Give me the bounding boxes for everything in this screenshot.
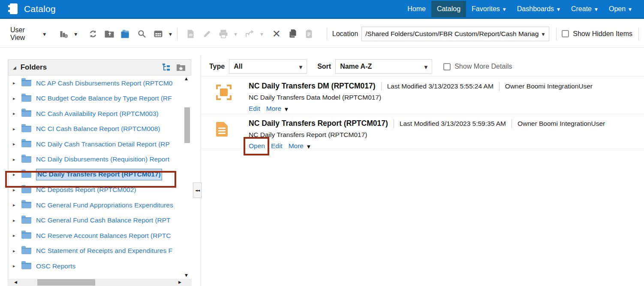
tree-item-nc-ap-cash-disbursements[interactable]: ▸ NC AP Cash Disbursements Report (RPTCM… xyxy=(9,76,192,91)
expand-arrow-icon[interactable]: ▸ xyxy=(13,202,21,208)
expand-arrow-icon[interactable]: ▸ xyxy=(13,248,21,254)
expand-arrow-icon[interactable]: ▸ xyxy=(13,80,21,86)
edit-pencil-icon-disabled xyxy=(201,27,214,40)
expand-arrow-icon[interactable]: ▸ xyxy=(13,218,21,223)
user-view-dropdown[interactable]: User View ▼ xyxy=(10,26,46,42)
nav-open[interactable]: Open ▼ xyxy=(603,1,637,17)
item-last-modified: Last Modified 3/13/2023 5:55:24 AM xyxy=(387,82,494,90)
report-document-icon xyxy=(216,122,228,137)
sort-dropdown[interactable]: Name A-Z ▼ xyxy=(335,59,432,74)
expand-arrow-icon[interactable]: ▸ xyxy=(13,187,21,193)
open-link[interactable]: Open xyxy=(249,142,265,150)
print-icon-disabled xyxy=(217,27,230,40)
expand-arrow-icon[interactable]: ▸ xyxy=(13,172,21,177)
tree-item-nc-daily-transfers-selected[interactable]: ▸ NC Daily Transfers Report (RPTCM017) xyxy=(9,167,192,183)
expand-arrow-icon[interactable]: ▸ xyxy=(13,233,21,238)
expand-arrow-icon[interactable]: ▸ xyxy=(13,157,21,162)
toolbar-separator xyxy=(327,27,327,40)
up-folder-icon[interactable] xyxy=(103,27,116,40)
nav-catalog[interactable]: Catalog xyxy=(431,1,466,17)
item-title: NC Daily Transfers DM (RPTCM017) xyxy=(249,82,376,91)
expand-arrow-icon[interactable]: ▸ xyxy=(13,96,21,101)
collapse-triangle-icon[interactable]: ◢ xyxy=(13,65,16,70)
table-view-icon[interactable] xyxy=(152,27,165,40)
catalog-filter-bar: Type All ▼ Sort Name A-Z ▼ Show More Det… xyxy=(202,57,644,76)
panel-divider xyxy=(201,56,201,286)
expand-arrow-icon[interactable]: ▸ xyxy=(13,111,21,116)
nav-dashboards[interactable]: Dashboards ▼ xyxy=(512,1,566,17)
toolbar-separator xyxy=(638,27,639,40)
show-hidden-items-label: Show Hidden Items xyxy=(573,30,632,38)
tree-item-nc-general-fund-appropriations[interactable]: ▸ NC General Fund Appropriations Expendi… xyxy=(9,198,192,213)
copy-icon[interactable] xyxy=(286,27,299,40)
chevron-down-icon: ▼ xyxy=(542,31,545,37)
chevron-down-icon: ▼ xyxy=(260,31,263,37)
global-nav: Home Catalog Favorites ▼ Dashboards ▼ Cr… xyxy=(402,0,644,18)
folder-icon xyxy=(21,126,31,132)
refresh-icon[interactable] xyxy=(87,27,99,40)
nav-favorites[interactable]: Favorites ▼ xyxy=(466,1,512,17)
tree-horizontal-scrollbar[interactable]: ◀ ▶ xyxy=(8,279,192,286)
tree-item-nc-reserve-account-balances[interactable]: ▸ NC Reserve Account Balances Report (RP… xyxy=(9,228,192,243)
chevron-down-icon[interactable]: ▼ xyxy=(307,143,310,149)
folder-icon xyxy=(21,80,31,86)
chevron-down-icon: ▼ xyxy=(299,64,302,70)
scroll-left-arrow-icon[interactable]: ◀ xyxy=(14,280,17,284)
show-more-details-control: Show More Details xyxy=(443,63,512,70)
tree-item-nc-daily-disbursements[interactable]: ▸ NC Daily Disbursements (Requisition) R… xyxy=(9,152,192,167)
catalog-item-dm: NC Daily Transfers DM (RPTCM017) Last Mo… xyxy=(202,77,644,114)
folder-icon xyxy=(21,263,31,269)
open-document-icon-disabled xyxy=(184,27,197,40)
vertical-scroll-thumb[interactable] xyxy=(184,107,190,143)
export-icon-disabled xyxy=(243,27,256,40)
scroll-right-arrow-icon[interactable]: ▶ xyxy=(178,280,181,284)
chevron-down-icon[interactable]: ▼ xyxy=(74,31,77,37)
edit-link[interactable]: Edit xyxy=(271,142,283,150)
search-icon[interactable] xyxy=(135,27,148,40)
tree-item-nc-budget-code-balance[interactable]: ▸ NC Budget Code Balance by Type Report … xyxy=(9,91,192,106)
chevron-down-icon: ▼ xyxy=(503,6,506,12)
folder-icon xyxy=(21,217,31,224)
tree-item-nc-deposits[interactable]: ▸ NC Deposits Report (RPTCM002) xyxy=(9,183,192,198)
show-more-details-checkbox[interactable] xyxy=(443,63,451,70)
folders-panel: ◢ Folders ▸ NC AP Cash Disbursements Rep… xyxy=(8,59,191,286)
tree-vertical-scrollbar[interactable]: ▲ ▼ xyxy=(184,76,191,277)
scroll-up-arrow-icon[interactable]: ▲ xyxy=(185,76,188,81)
tree-item-nc-daily-cash-transaction[interactable]: ▸ NC Daily Cash Transaction Detail Repor… xyxy=(9,137,192,152)
item-last-modified: Last Modified 3/13/2023 5:59:35 AM xyxy=(400,120,506,128)
tree-item-nc-cash-availability[interactable]: ▸ NC Cash Availability Report (RPTCM003) xyxy=(9,106,192,122)
folder-icon xyxy=(21,187,31,193)
expand-arrow-icon[interactable]: ▸ xyxy=(13,126,21,132)
delete-x-icon[interactable]: ✕ xyxy=(270,27,283,40)
new-object-icon[interactable] xyxy=(57,27,70,40)
more-link[interactable]: More xyxy=(289,142,304,150)
chevron-down-icon[interactable]: ▼ xyxy=(285,106,288,112)
scroll-down-arrow-icon[interactable]: ▼ xyxy=(185,273,188,277)
chevron-down-icon: ▼ xyxy=(595,6,598,12)
location-dropdown[interactable]: /Shared Folders/Custom/FBR Custom/Report… xyxy=(361,27,549,41)
nav-home[interactable]: Home xyxy=(402,1,431,17)
tree-item-nc-general-fund-cash-balance[interactable]: ▸ NC General Fund Cash Balance Report (R… xyxy=(9,213,192,228)
chevron-down-icon[interactable]: ▼ xyxy=(169,31,172,37)
type-dropdown[interactable]: All ▼ xyxy=(229,59,307,74)
panel-collapse-handle[interactable]: ◄◄ xyxy=(193,183,202,198)
horizontal-scroll-thumb[interactable] xyxy=(37,279,95,286)
show-hidden-items-checkbox[interactable] xyxy=(562,30,569,37)
edit-link[interactable]: Edit xyxy=(249,105,260,113)
catalog-toolbar: User View ▼ ▼ ▼ xyxy=(0,20,644,48)
expand-arrow-icon[interactable]: ▸ xyxy=(13,263,21,269)
tree-item-nc-ci-cash-balance[interactable]: ▸ NC CI Cash Balance Report (RPTCM008) xyxy=(9,122,192,137)
copy-folders-icon[interactable] xyxy=(119,27,132,40)
toolbar-separator xyxy=(177,27,178,40)
brand: Catalog xyxy=(0,3,56,15)
nav-create[interactable]: Create ▼ xyxy=(566,1,603,17)
favorites-folder-icon[interactable] xyxy=(175,62,187,73)
expand-arrow-icon[interactable]: ▸ xyxy=(13,141,21,147)
tree-item-nc-statement-of-receipts[interactable]: ▸ NC Statement of Receipts and Expenditu… xyxy=(9,243,192,259)
tree-item-osc-reports[interactable]: ▸ OSC Reports xyxy=(9,259,192,274)
tree-view-icon[interactable] xyxy=(161,62,172,73)
more-link[interactable]: More xyxy=(266,105,281,113)
chevron-down-icon: ▼ xyxy=(629,6,632,12)
paste-icon-disabled xyxy=(303,27,316,40)
folders-panel-title: Folders xyxy=(21,63,157,72)
